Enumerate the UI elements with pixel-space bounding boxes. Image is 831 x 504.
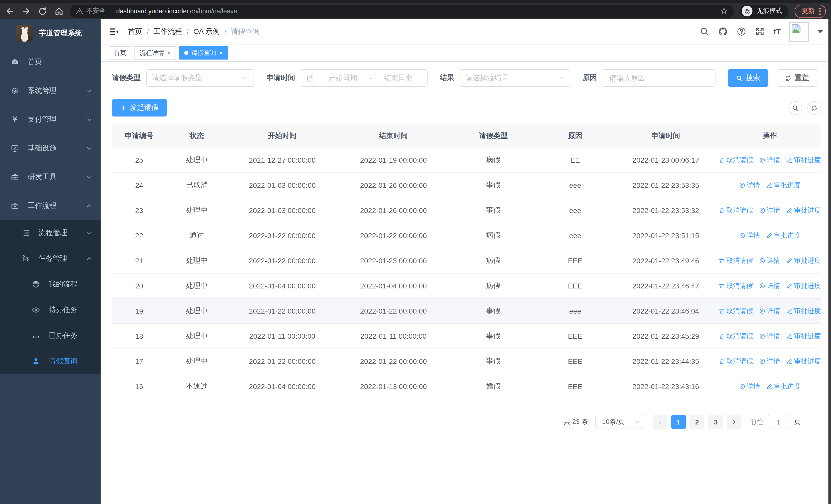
action-progress[interactable]: 审批进度 — [766, 231, 800, 240]
pen-icon — [786, 157, 793, 163]
action-cancel[interactable]: 取消请假 — [719, 281, 753, 291]
cell-type: 婚假 — [450, 374, 537, 399]
cell-actions: 详情 审批进度 — [718, 374, 821, 399]
cell-type: 病假 — [450, 273, 537, 298]
next-page-button[interactable] — [727, 415, 741, 429]
action-cancel[interactable]: 取消请假 — [719, 256, 753, 265]
cell-actions: 取消请假 详情 审批进度 — [718, 298, 821, 324]
github-icon[interactable] — [718, 27, 728, 36]
action-progress[interactable]: 审批进度 — [766, 382, 800, 391]
sidebar-item-todo-tasks[interactable]: 待办任务 — [0, 297, 101, 323]
sidebar-item-workflow[interactable]: 工作流程 — [0, 191, 101, 220]
action-progress[interactable]: 审批进度 — [786, 206, 821, 215]
url-bar[interactable]: 不安全 dashboard.yudao.iocoder.cn/bpm/oa/le… — [70, 4, 734, 18]
sidebar-item-home[interactable]: 首页 — [0, 48, 101, 77]
tab-process-detail[interactable]: 流程详情 × — [135, 46, 176, 60]
font-size-icon[interactable]: tT — [774, 27, 781, 36]
reset-button[interactable]: 重置 — [777, 69, 817, 87]
search-icon[interactable] — [699, 27, 709, 36]
reason-input[interactable] — [603, 69, 716, 87]
browser-menu-icon[interactable] — [819, 7, 821, 14]
reload-icon[interactable] — [38, 6, 47, 16]
page-button-1[interactable]: 1 — [671, 415, 686, 429]
avatar-dropdown-caret-icon[interactable] — [818, 30, 823, 33]
page-size-select[interactable]: 10条/页 — [595, 415, 644, 429]
action-cancel[interactable]: 取消请假 — [719, 306, 753, 316]
action-progress[interactable]: 审批进度 — [786, 281, 821, 291]
action-detail[interactable]: 详情 — [739, 382, 760, 391]
bookmark-star-icon[interactable] — [720, 7, 728, 15]
breadcrumb-item[interactable]: OA 示例 — [194, 27, 220, 36]
action-progress[interactable]: 审批进度 — [786, 306, 821, 316]
action-detail[interactable]: 详情 — [739, 181, 760, 190]
page-button-2[interactable]: 2 — [690, 415, 704, 429]
action-detail[interactable]: 详情 — [759, 306, 780, 316]
apply-time-range-picker[interactable]: 开始日期 - 结束日期 — [301, 69, 428, 87]
avatar[interactable] — [790, 22, 809, 41]
cell-end: 2022-01-19 00:00:00 — [337, 148, 449, 173]
pen-icon — [786, 308, 793, 314]
action-progress[interactable]: 审批进度 — [766, 181, 800, 190]
close-icon[interactable]: × — [219, 50, 223, 56]
tab-home[interactable]: 首页 — [109, 46, 132, 60]
action-detail[interactable]: 详情 — [759, 256, 780, 265]
sidebar-item-task-mgmt[interactable]: 任务管理 — [0, 246, 101, 271]
search-button-label: 搜索 — [746, 73, 760, 83]
sidebar-item-system[interactable]: 系统管理 — [0, 77, 101, 105]
col-status: 状态 — [167, 124, 227, 148]
action-cancel[interactable]: 取消请假 — [719, 357, 753, 366]
back-icon[interactable] — [5, 6, 15, 16]
cell-type: 事假 — [450, 298, 537, 324]
sidebar-item-label: 任务管理 — [38, 254, 67, 263]
action-progress[interactable]: 审批进度 — [786, 357, 821, 366]
close-icon[interactable]: × — [167, 50, 171, 56]
sidebar-item-done-tasks[interactable]: 已办任务 — [0, 323, 101, 349]
action-progress[interactable]: 审批进度 — [786, 331, 821, 341]
action-detail[interactable]: 详情 — [759, 206, 780, 215]
action-detail[interactable]: 详情 — [759, 155, 780, 165]
tab-leave-query[interactable]: 请假查询 × — [179, 46, 228, 60]
sidebar-item-leave-query[interactable]: 请假查询 — [0, 349, 101, 374]
cell-start: 2022-01-04 00:00:00 — [227, 374, 337, 399]
show-search-button[interactable] — [789, 101, 802, 115]
action-cancel[interactable]: 取消请假 — [719, 206, 753, 215]
view-icon — [759, 157, 765, 163]
refresh-table-button[interactable] — [807, 101, 821, 115]
search-button[interactable]: 搜索 — [728, 69, 768, 87]
action-detail[interactable]: 详情 — [759, 331, 780, 341]
sidebar-item-devtools[interactable]: 研发工具 — [0, 163, 101, 191]
forward-icon[interactable] — [22, 6, 31, 16]
sidebar-item-my-process[interactable]: 我的流程 — [0, 271, 101, 297]
app-logo-row[interactable]: 芋道管理系统 — [0, 19, 101, 48]
cell-status: 通过 — [167, 223, 227, 248]
create-leave-button[interactable]: 发起请假 — [112, 99, 167, 117]
action-cancel[interactable]: 取消请假 — [719, 155, 753, 165]
sidebar-toggle-icon[interactable] — [109, 26, 119, 37]
action-detail[interactable]: 详情 — [739, 231, 760, 240]
prev-page-button[interactable] — [653, 415, 667, 429]
home-icon[interactable] — [54, 6, 64, 16]
action-detail[interactable]: 详情 — [759, 357, 780, 366]
sidebar-menu: 首页 系统管理 ¥ 支付管理 基础设施 — [0, 48, 101, 374]
table-row: 21 处理中 2022-01-22 00:00:00 2022-01-23 00… — [112, 248, 821, 273]
cell-reason: eee — [537, 223, 613, 248]
select-placeholder: 请选择请假类型 — [152, 73, 242, 83]
action-cancel[interactable]: 取消请假 — [719, 331, 753, 341]
leave-type-select[interactable]: 请选择请假类型 — [146, 69, 254, 87]
cell-reason: EEE — [537, 248, 613, 273]
breadcrumb-item[interactable]: 工作流程 — [153, 27, 182, 36]
sidebar-item-payment[interactable]: ¥ 支付管理 — [0, 105, 101, 134]
result-select[interactable]: 请选择流结果 — [460, 69, 570, 87]
goto-page-input[interactable] — [768, 415, 790, 429]
breadcrumb-item[interactable]: 首页 — [128, 27, 142, 36]
browser-update-button[interactable]: 更新 — [795, 4, 826, 18]
action-progress[interactable]: 审批进度 — [786, 155, 821, 165]
fullscreen-icon[interactable] — [755, 27, 765, 36]
page-button-3[interactable]: 3 — [708, 415, 723, 429]
sidebar-item-infra[interactable]: 基础设施 — [0, 134, 101, 163]
help-icon[interactable] — [737, 27, 746, 36]
sidebar-item-label: 基础设施 — [28, 144, 56, 153]
action-detail[interactable]: 详情 — [759, 281, 780, 291]
sidebar-item-process-mgmt[interactable]: 流程管理 — [0, 220, 101, 246]
action-progress[interactable]: 审批进度 — [786, 256, 821, 265]
